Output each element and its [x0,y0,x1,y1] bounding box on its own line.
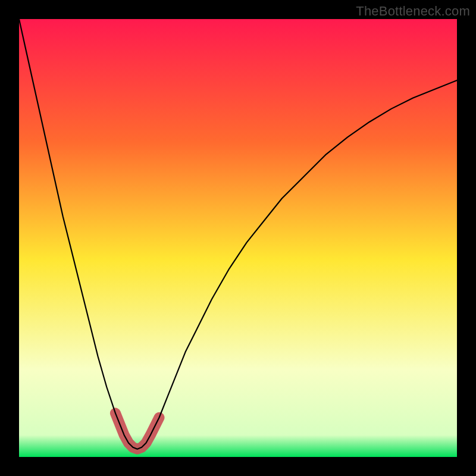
chart-frame: TheBottleneck.com [0,0,476,476]
chart-svg [19,19,457,457]
gradient-background [19,19,457,457]
plot-area [19,19,457,457]
watermark-text: TheBottleneck.com [356,4,470,19]
